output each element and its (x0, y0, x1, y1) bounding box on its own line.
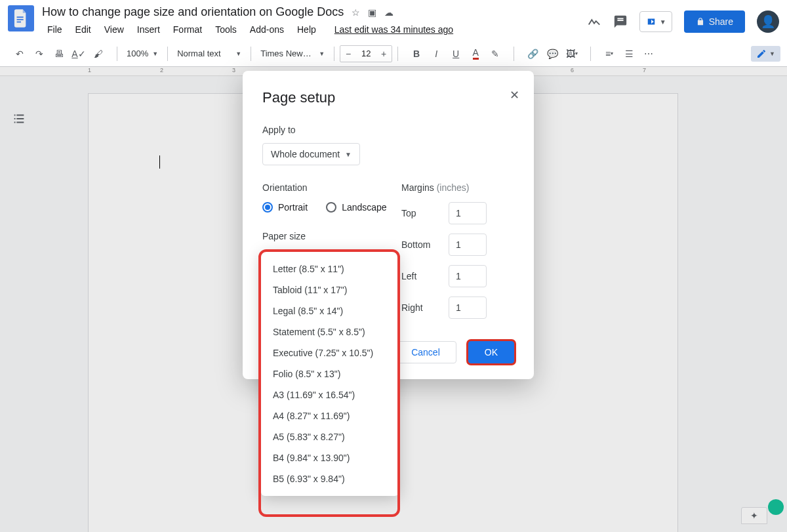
margin-top-label: Top (401, 208, 441, 218)
portrait-label: Portrait (278, 202, 308, 213)
paper-size-option[interactable]: Folio (8.5" x 13") (261, 363, 399, 384)
paper-size-option[interactable]: Legal (8.5" x 14") (261, 300, 399, 321)
orientation-landscape-radio[interactable]: Landscape (326, 202, 387, 213)
margin-top-input[interactable] (449, 202, 487, 224)
margins-label: Margins (401, 182, 434, 193)
paper-size-option[interactable]: Tabloid (11" x 17") (261, 279, 399, 300)
margin-right-label: Right (401, 302, 441, 313)
radio-icon (262, 202, 273, 213)
margins-unit: (inches) (437, 182, 470, 193)
ok-button[interactable]: OK (468, 341, 514, 363)
margin-bottom-label: Bottom (401, 239, 441, 250)
dialog-title: Page setup (262, 89, 514, 106)
paper-size-menu: Letter (8.5" x 11") Tabloid (11" x 17") … (261, 252, 399, 496)
apply-to-label: Apply to (262, 125, 514, 135)
paper-size-option[interactable]: Executive (7.25" x 10.5") (261, 342, 399, 363)
paper-size-option[interactable]: Statement (5.5" x 8.5") (261, 321, 399, 342)
margin-right-input[interactable] (449, 297, 487, 319)
radio-icon (326, 202, 336, 213)
margin-bottom-input[interactable] (449, 234, 487, 256)
margin-left-input[interactable] (449, 265, 487, 287)
paper-size-option[interactable]: Letter (8.5" x 11") (261, 258, 399, 279)
paper-size-option[interactable]: A5 (5.83" x 8.27") (261, 426, 399, 447)
paper-size-label: Paper size (262, 231, 375, 241)
chevron-down-icon: ▼ (345, 151, 352, 158)
paper-size-option[interactable]: B4 (9.84" x 13.90") (261, 447, 399, 468)
orientation-portrait-radio[interactable]: Portrait (262, 202, 308, 213)
apply-to-value: Whole document (271, 149, 340, 159)
paper-size-option[interactable]: A3 (11.69" x 16.54") (261, 384, 399, 405)
paper-size-option[interactable]: B5 (6.93" x 9.84") (261, 468, 399, 489)
paper-size-option[interactable]: A4 (8.27" x 11.69") (261, 405, 399, 426)
apply-to-select[interactable]: Whole document ▼ (262, 143, 360, 165)
margin-left-label: Left (401, 271, 441, 281)
close-button[interactable]: ✕ (510, 88, 519, 102)
cancel-button[interactable]: Cancel (395, 341, 456, 363)
orientation-label: Orientation (262, 182, 375, 193)
landscape-label: Landscape (342, 202, 387, 213)
